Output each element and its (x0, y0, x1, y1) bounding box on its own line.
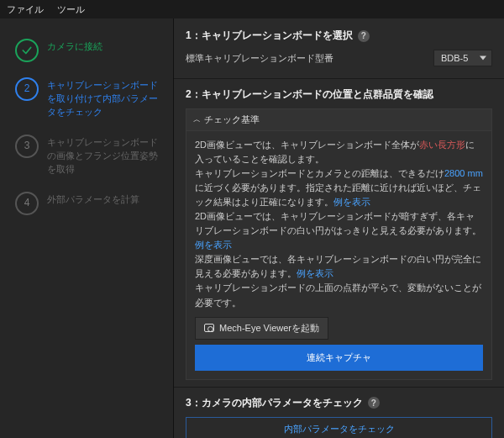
criteria-text: 2D画像ビューでは、キャリブレーションボード全体が (195, 140, 419, 150)
section-check-intrinsics: 3：カメラの内部パラメータをチェック ? 内部パラメータをチェック まだ結果は出… (174, 389, 504, 438)
section-title: 1：キャリブレーションボードを選択 ? (186, 29, 492, 43)
camera-icon (204, 324, 214, 332)
section-title-text: 3：カメラの内部パラメータをチェック (186, 396, 363, 410)
step-label: 外部パラメータを計算 (47, 193, 165, 207)
criteria-highlight-red: 赤い長方形 (419, 140, 465, 150)
divider (174, 78, 504, 79)
check-icon (15, 39, 39, 62)
divider (174, 387, 504, 388)
menubar: ファイル ツール (0, 0, 504, 18)
continuous-capture-button[interactable]: 連続キャプチャ (195, 345, 483, 371)
show-example-link[interactable]: 例を表示 (195, 240, 232, 250)
check-intrinsics-button[interactable]: 内部パラメータをチェック (186, 417, 492, 438)
sidebar: カメラに接続 2 キャリブレーションボードを取り付けて内部パラメータをチェック … (0, 18, 173, 438)
criteria-text: 2D画像ビューでは、キャリブレーションボードが暗すぎず、各キャリブレーションボー… (195, 211, 481, 235)
section-title: 3：カメラの内部パラメータをチェック ? (186, 396, 492, 410)
menu-file[interactable]: ファイル (7, 3, 44, 16)
step-number-icon: 3 (15, 135, 39, 158)
launch-mech-eye-viewer-button[interactable]: Mech-Eye Viewerを起動 (195, 317, 328, 340)
show-example-link[interactable]: 例を表示 (297, 268, 333, 278)
menu-tools[interactable]: ツール (57, 3, 85, 16)
criteria-text: キャリブレーションボードとカメラとの距離は、できるだけ (195, 168, 444, 178)
step-label: キャリブレーションボードを取り付けて内部パラメータをチェック (47, 79, 165, 119)
main-panel: 1：キャリブレーションボードを選択 ? 標準キャリブレーションボード型番 BDB… (173, 18, 504, 438)
board-model-select[interactable]: BDB-5 (433, 50, 492, 66)
help-icon[interactable]: ? (358, 30, 370, 42)
section-title: 2：キャリブレーションボードの位置と点群品質を確認 (186, 87, 492, 102)
step-number-icon: 2 (15, 77, 39, 101)
step-3-capture-pose[interactable]: 3 キャリブレーションボードの画像とフランジ位置姿勢を取得 (0, 128, 173, 185)
panel-header[interactable]: ︿ チェック基準 (186, 109, 491, 131)
section-title-text: 2：キャリブレーションボードの位置と点群品質を確認 (186, 87, 433, 102)
check-criteria-panel: ︿ チェック基準 2D画像ビューでは、キャリブレーションボード全体が赤い長方形に… (186, 108, 492, 380)
section-title-text: 1：キャリブレーションボードを選択 (186, 29, 353, 43)
section-select-board: 1：キャリブレーションボードを選択 ? 標準キャリブレーションボード型番 BDB… (174, 22, 504, 77)
section-check-position: 2：キャリブレーションボードの位置と点群品質を確認 ︿ チェック基準 2D画像ビ… (174, 81, 504, 385)
help-icon[interactable]: ? (368, 397, 380, 409)
step-1-connect-camera[interactable]: カメラに接続 (0, 32, 173, 71)
criteria-text: キャリブレーションボードの上面の点群が平らで、変動がないことが必要です。 (195, 282, 481, 307)
criteria-text: 深度画像ビューでは、各キャリブレーションボードの白い円が完全に見える必要がありま… (195, 254, 481, 278)
distance-link[interactable]: 2800 mm (444, 168, 483, 178)
panel-title: チェック基準 (204, 113, 260, 126)
show-example-link[interactable]: 例を表示 (333, 197, 370, 207)
step-4-compute-extrinsics[interactable]: 4 外部パラメータを計算 (0, 185, 173, 224)
step-label: カメラに接続 (47, 40, 165, 54)
button-label: Mech-Eye Viewerを起動 (219, 321, 319, 335)
step-number-icon: 4 (15, 192, 39, 215)
board-model-label: 標準キャリブレーションボード型番 (186, 52, 333, 65)
step-2-check-intrinsics[interactable]: 2 キャリブレーションボードを取り付けて内部パラメータをチェック (0, 71, 173, 128)
chevron-up-icon: ︿ (193, 114, 201, 125)
step-label: キャリブレーションボードの画像とフランジ位置姿勢を取得 (47, 136, 165, 177)
panel-body: 2D画像ビューでは、キャリブレーションボード全体が赤い長方形に入っていることを確… (186, 131, 491, 379)
